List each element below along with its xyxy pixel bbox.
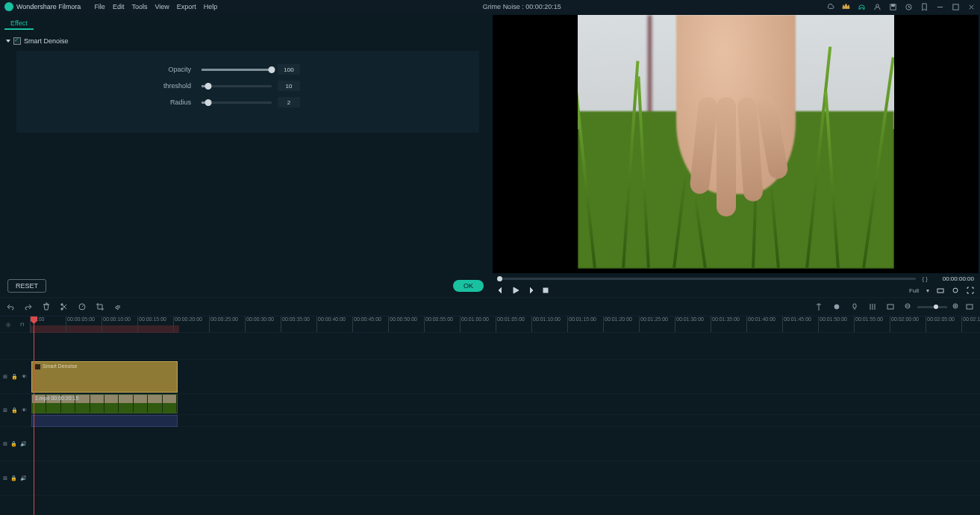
quality-select[interactable]: Full [909,287,919,294]
eye-icon[interactable]: 👁 [22,374,27,379]
lock-icon[interactable]: 🔒 [11,408,18,413]
menu-export[interactable]: Export [177,3,196,10]
track-audio-1[interactable] [30,427,980,461]
eye-icon[interactable]: 👁 [22,408,27,413]
clip-video[interactable]: 1.mp4 00:00:20:15 [31,394,178,413]
section-smart-denoise[interactable]: Smart Denoise [4,34,487,48]
radius-label: Radius [31,99,196,106]
marker-icon[interactable] [814,302,823,311]
ruler-tick: 00:00:20:00 [173,316,202,332]
time-ruler[interactable]: 00:0000:00:05:0000:00:10:0000:00:15:0000… [30,316,980,333]
speed-icon[interactable] [78,302,87,311]
record-icon[interactable] [832,302,841,311]
crown-icon[interactable] [842,3,850,11]
collapse-icon[interactable] [6,40,10,43]
split-icon[interactable] [60,302,69,311]
ruler-tick: 00:00:15:00 [137,316,166,332]
track-audio-2[interactable] [30,461,980,496]
menu-file[interactable]: File [94,3,105,10]
headphones-icon[interactable] [858,3,866,11]
seek-brackets: { } [922,275,928,282]
track-video-audio[interactable] [30,415,980,427]
maximize-icon[interactable] [952,3,960,11]
close-icon[interactable] [967,3,976,11]
menu-edit[interactable]: Edit [113,3,125,10]
timeline: ◎ ⊓ ⊞🔒👁 ⊞🔒👁 ⊞🔒🔊 ⊞🔒🔊 00:0000:00:05:0000:0… [0,316,980,515]
render-icon[interactable] [886,302,895,311]
crop-icon[interactable] [96,302,104,311]
settings-icon[interactable] [952,287,959,294]
param-opacity-row: Opacity [31,61,464,78]
zoom-fit-icon[interactable] [965,302,974,311]
ruler-tick: 00:00:40:00 [316,316,346,332]
reset-button[interactable]: RESET [7,279,46,293]
redo-icon[interactable] [24,302,33,311]
ruler-tick: 00:01:55:00 [854,316,883,332]
tab-effect[interactable]: Effect [4,16,34,30]
track-effect[interactable]: Smart Denoise [30,360,980,394]
mixer-icon[interactable] [868,302,877,311]
track-empty-header: ⊞🔒🔊 [0,461,30,496]
clock-icon[interactable] [905,3,913,11]
speaker-icon[interactable]: 🔊 [20,441,27,447]
magnet-icon[interactable]: ⊓ [20,322,24,328]
track-video[interactable]: 1.mp4 00:00:20:15 [30,394,980,415]
save-icon[interactable] [889,3,897,11]
panel-buttons: RESET OK [0,275,491,297]
ruler-tick: 00:02:05:00 [926,316,955,332]
audio-icon[interactable] [113,302,122,311]
radius-value[interactable] [278,97,300,107]
track-video-header: ⊞🔒👁 [0,394,30,427]
clip-toggle-icon[interactable] [35,364,40,369]
param-threshold-row: threshold [31,78,464,94]
snapshot-icon[interactable] [937,287,944,294]
ok-button[interactable]: OK [453,280,484,292]
lock-icon[interactable]: 🔒 [10,441,17,447]
clip-smart-denoise[interactable]: Smart Denoise [31,361,178,393]
play-icon[interactable] [512,287,519,294]
clip-audio[interactable] [31,415,178,427]
threshold-slider[interactable] [202,85,272,87]
zoom-slider[interactable] [917,306,947,308]
undo-icon[interactable] [6,302,15,311]
param-radius-row: Radius [31,94,464,110]
ruler-header: ◎ ⊓ [0,316,30,333]
cloud-icon[interactable] [826,3,834,11]
threshold-value[interactable] [278,81,300,91]
minimize-icon[interactable] [936,3,944,11]
svg-rect-16 [967,305,973,309]
ruler-tick: 00:01:10:00 [531,316,561,332]
tracks-area[interactable]: 00:0000:00:05:0000:00:10:0000:00:15:0000… [30,316,980,515]
ruler-tick: 00:00:10:00 [102,316,131,332]
next-frame-icon[interactable] [527,287,534,294]
ruler-tick: 00:00:55:00 [424,316,453,332]
fullscreen-icon[interactable] [967,287,974,294]
prev-frame-icon[interactable] [497,287,505,294]
ruler-tick: 00:01:20:00 [603,316,632,332]
lock-icon[interactable]: 🔒 [11,374,18,380]
account-icon[interactable] [873,3,881,11]
stop-icon[interactable] [542,287,549,294]
bookmark-icon[interactable] [920,3,928,11]
menu-tools[interactable]: Tools [131,3,147,10]
menu-help[interactable]: Help [204,3,218,10]
target-icon[interactable]: ◎ [6,322,10,328]
zoom-in-icon[interactable] [952,302,961,311]
voiceover-icon[interactable] [850,302,859,311]
delete-icon[interactable] [42,302,51,311]
radius-slider[interactable] [202,102,272,104]
ruler-tick: 00:02:10:00 [961,316,980,332]
ruler-tick: 00:00:45:00 [352,316,381,332]
zoom-controls [904,302,974,311]
seek-bar[interactable] [497,278,916,280]
opacity-slider[interactable] [202,69,272,71]
ruler-tick: 00:01:25:00 [639,316,668,332]
menu-view[interactable]: View [155,3,169,10]
chevron-down-icon[interactable]: ▾ [926,287,929,294]
enable-checkbox[interactable] [13,37,21,45]
zoom-out-icon[interactable] [904,302,913,311]
clip-fx-label: Smart Denoise [43,363,77,369]
playhead[interactable] [34,316,34,515]
menu-bar: File Edit Tools View Export Help [94,3,217,10]
opacity-value[interactable] [278,64,300,75]
